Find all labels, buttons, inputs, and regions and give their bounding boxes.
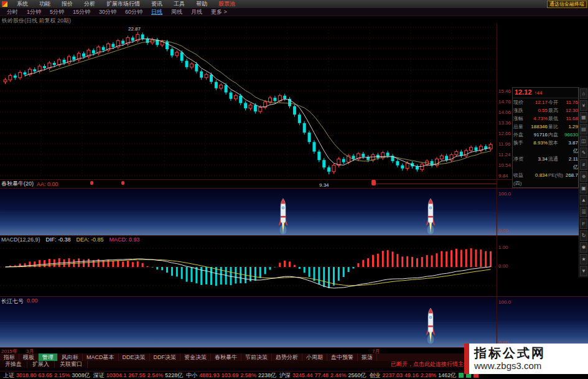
alert-icon[interactable]: ▲ — [580, 195, 587, 205]
chart-icon[interactable]: ▦ — [580, 112, 587, 123]
trading-terminal-window: 系统功能报价分析扩展市场行情资讯工具帮助股票池 通达信金融终端 分时1分钟5分钟… — [0, 0, 588, 379]
quote-value: 91716 — [531, 131, 548, 139]
indicator-tab-资金决策[interactable]: 资金决策 — [180, 353, 211, 361]
quote-value: 96630 — [564, 131, 579, 139]
index-quote-group[interactable]: 创业2237.0349.162.28%1462亿 — [370, 372, 457, 379]
index-name: 深证 — [93, 372, 105, 379]
indicator-tab-DDF决策[interactable]: DDF决策 — [150, 353, 181, 361]
menu-item-报价[interactable]: 报价 — [56, 0, 78, 8]
home-icon[interactable]: ⌂ — [580, 88, 587, 99]
period-tab-30分钟[interactable]: 30分钟 — [95, 8, 121, 16]
menu-bar: 系统功能报价分析扩展市场行情资讯工具帮助股票池 — [0, 0, 588, 8]
indicator-tab-DDE决策[interactable]: DDE决策 — [119, 353, 150, 361]
period-tab-15分钟[interactable]: 15分钟 — [68, 8, 95, 16]
compare-icon[interactable]: ◫ — [580, 136, 587, 146]
indicator-tab-趋势分析[interactable]: 趋势分析 — [272, 353, 302, 361]
trough-reference-line — [373, 184, 497, 184]
grid-icon[interactable]: ▤ — [580, 124, 587, 134]
quote-label: PE(动) — [548, 171, 564, 187]
indicator-tab-节前决策[interactable]: 节前决策 — [241, 353, 272, 361]
index-percent: 2.58% — [240, 372, 256, 378]
menu-item-帮助[interactable]: 帮助 — [190, 0, 213, 8]
news-icon[interactable]: ☰ — [580, 207, 587, 217]
f10-icon[interactable]: F — [580, 218, 587, 229]
draw-icon[interactable]: ✎ — [580, 147, 587, 158]
quote-label: 股本 — [548, 139, 564, 155]
menu-item-分析[interactable]: 分析 — [78, 0, 101, 8]
indicator-tab-指标[interactable]: 指标 — [0, 353, 19, 361]
quote-ticker-row: 12.12 ↑44 — [513, 88, 578, 98]
watermark-site-name: 指标公式网 — [474, 345, 546, 360]
menu-item-系统[interactable]: 系统 — [11, 0, 34, 8]
quote-value: 1.29 — [564, 123, 579, 131]
period-tab-1分钟[interactable]: 1分钟 — [22, 8, 45, 16]
trough-price-label: 9.34 — [319, 182, 329, 188]
index-quote-group[interactable]: 中小4881.93103.692.58%2238亿 — [186, 372, 276, 379]
main-candlestick-chart[interactable]: 15.4614.7614.0613.3612.6611.9611.2410.54… — [0, 24, 588, 179]
menubar-items: 系统功能报价分析扩展市场行情资讯工具帮助股票池 — [11, 0, 241, 8]
more-icon[interactable]: ▼ — [580, 266, 587, 276]
refresh-icon[interactable]: ↻ — [580, 230, 587, 241]
chunqiu-title-row: 春秋暴牛(20) AA: 0.00 — [0, 179, 588, 188]
menu-item-扩展市场行情[interactable]: 扩展市场行情 — [101, 0, 146, 8]
quote-value: 188346 — [531, 123, 548, 131]
connection-status[interactable]: 已断开，点击此处连接行情主站 — [391, 361, 469, 368]
menu-item-highlight[interactable]: 股票池 — [213, 0, 241, 8]
zoom-icon[interactable]: ⊕ — [580, 171, 587, 182]
period-toolbar: 分时1分钟5分钟15分钟30分钟60分钟日线周线月线更多 > — [0, 8, 588, 16]
star-icon[interactable]: ★ — [580, 254, 587, 264]
quote-label: 最低 — [548, 115, 564, 123]
indicator-tab-模板[interactable]: 模板 — [19, 353, 39, 361]
period-tab-60分钟[interactable]: 60分钟 — [121, 8, 147, 16]
period-tab-周线[interactable]: 周线 — [167, 8, 187, 16]
period-tab-更多 >[interactable]: 更多 > — [207, 8, 231, 16]
indicator-tab-振荡[interactable]: 振荡 — [358, 353, 377, 361]
indicator-tab-小周期[interactable]: 小周期 — [302, 353, 327, 361]
indicator-tab-春秋暴牛[interactable]: 春秋暴牛 — [211, 353, 241, 361]
macd-panel[interactable]: MACD(12,26,9) DIF: -0.38 DEA: -0.85 MACD… — [0, 235, 588, 296]
quote-rows: 现价12.17今开11.76涨跌0.55最高12.30涨幅4.73%最低11.6… — [513, 98, 578, 187]
measure-icon[interactable]: # — [580, 159, 587, 170]
indicator-tab-风向标[interactable]: 风向标 — [58, 353, 83, 361]
quote-value: 3.34 — [531, 155, 548, 171]
period-tab-月线[interactable]: 月线 — [187, 8, 207, 16]
bottom-tab-开操盘[interactable]: 开操盘 — [0, 361, 27, 368]
quote-label: 换手 — [513, 139, 531, 155]
index-quote-group[interactable]: 上证3018.8063.652.15%3008亿 — [3, 372, 90, 379]
macd-dif-value: DIF: -0.38 — [46, 236, 71, 243]
period-tab-5分钟[interactable]: 5分钟 — [45, 8, 68, 16]
quote-value: 8.93% — [531, 139, 548, 155]
changjiang-indicator-name: 长江七号 — [1, 297, 24, 306]
chunqiu-signal-panel[interactable]: 100.00.00 — [0, 188, 588, 235]
settings-icon[interactable]: ✱ — [580, 242, 587, 253]
index-percent: 2.28% — [421, 372, 437, 378]
period-tab-日线[interactable]: 日线 — [147, 8, 167, 16]
bottom-tab-扩展入[interactable]: 扩展入 — [27, 361, 55, 368]
indicator-tab-MACD基本[interactable]: MACD基本 — [83, 353, 119, 361]
index-change: 77.48 — [314, 372, 329, 378]
index-quote-group[interactable]: 深证10304.1267.552.54%5228亿 — [93, 372, 184, 379]
macd-title-row: MACD(12,26,9) DIF: -0.38 DEA: -0.85 MACD… — [1, 236, 140, 243]
quote-label: 涨幅 — [513, 115, 531, 123]
quote-icon[interactable]: ¥ — [580, 100, 587, 111]
index-quote-group[interactable]: 沪深3245.4477.482.44%2560亿 — [279, 372, 366, 379]
status-block-green — [459, 373, 464, 378]
indicator-tab-盘中预警[interactable]: 盘中预警 — [327, 353, 358, 361]
menu-item-工具[interactable]: 工具 — [168, 0, 190, 8]
panel-axis-tick: 0.00 — [498, 228, 508, 233]
menu-item-资讯[interactable]: 资讯 — [146, 0, 168, 8]
macd-dea-value: DEA: -0.85 — [77, 236, 104, 243]
quote-value: 3.87亿 — [564, 139, 579, 155]
quote-label: 涨跌 — [513, 106, 531, 115]
index-change: 63.65 — [39, 372, 53, 378]
layout-icon[interactable]: ▣ — [580, 183, 587, 194]
indicator-tab-管理[interactable]: 管理 — [39, 353, 58, 361]
menu-item-功能[interactable]: 功能 — [34, 0, 56, 8]
macd-axis-tick: 0.00 — [498, 263, 508, 269]
changjiang-signal-panel[interactable]: 长江七号 0.00 100.00.00 — [0, 296, 588, 347]
index-name: 中小 — [186, 372, 197, 379]
rocket-signal-icon — [278, 197, 288, 237]
bottom-tab-关联窗口[interactable]: 关联窗口 — [55, 361, 88, 368]
period-tab-分时[interactable]: 分时 — [2, 8, 22, 16]
signal-marker — [90, 181, 93, 185]
